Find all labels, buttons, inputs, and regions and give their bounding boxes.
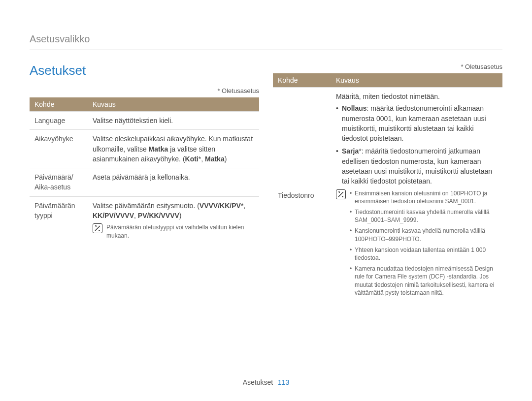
text: Valitse päivämäärän esitysmuoto. ( (93, 202, 200, 210)
note-icon (93, 223, 102, 233)
breadcrumb: Asetusvalikko (30, 33, 502, 45)
list-item: Kansionumerointi kasvaa yhdellä numeroll… (350, 227, 498, 243)
note-box: Päivämäärän oletustyyppi voi vaihdella v… (93, 223, 254, 239)
bold-text: Matka (205, 155, 225, 163)
settings-table-left: Kohde Kuvaus Language Valitse näyttöteks… (30, 97, 259, 244)
option-list: Nollaus: määritä tiedostonumerointi alka… (336, 103, 498, 186)
table-row: Language Valitse näyttötekstien kieli. (30, 112, 259, 130)
left-column: Asetukset * Oletusasetus Kohde Kuvaus La… (30, 63, 259, 304)
content-columns: Asetukset * Oletusasetus Kohde Kuvaus La… (30, 63, 502, 304)
bold-text: Sarja (342, 147, 359, 155)
lead-text: Määritä, miten tiedostot nimetään. (336, 92, 498, 101)
row-desc-datetime: Aseta päivämäärä ja kellonaika. (88, 168, 259, 197)
page-footer: Asetukset 113 (0, 378, 532, 386)
col-kohde: Kohde (273, 73, 331, 88)
list-item: Kamera noudattaa tiedostojen nimeämisess… (350, 265, 498, 297)
bold-text: KK/PV/VVVV (93, 212, 134, 219)
page-title: Asetukset (30, 63, 259, 78)
note-box: Ensimmäisen kansion oletusnimi on 100PHO… (336, 189, 498, 300)
row-label-datetype: Päivämäärän tyyppi (30, 196, 88, 243)
divider (30, 50, 502, 50)
settings-table-right: Kohde Kuvaus Tiedostonro Määritä, miten … (273, 73, 502, 304)
note-list: Ensimmäisen kansion oletusnimi on 100PHO… (350, 189, 498, 300)
row-label-fileno: Tiedostonro (273, 88, 331, 304)
note-text: Päivämäärän oletustyyppi voi vaihdella v… (106, 223, 254, 239)
row-desc-language: Valitse näyttötekstien kieli. (88, 112, 259, 130)
footer-page-number: 113 (278, 378, 289, 386)
table-row: Päivämäärä/ Aika-asetus Aseta päivämäärä… (30, 168, 259, 197)
table-row: Päivämäärän tyyppi Valitse päivämäärän e… (30, 196, 259, 243)
bold-text: Koti (185, 155, 199, 163)
text: , (201, 155, 205, 163)
row-desc-fileno: Määritä, miten tiedostot nimetään. Nolla… (331, 88, 502, 304)
table-row: Tiedostonro Määritä, miten tiedostot nim… (273, 88, 502, 304)
default-note-left: * Oletusasetus (30, 87, 259, 94)
page: Asetusvalikko Asetukset * Oletusasetus K… (0, 0, 532, 401)
text: , (134, 212, 138, 219)
col-kohde: Kohde (30, 97, 88, 112)
list-item: Yhteen kansioon voidaan tallentaa enintä… (350, 246, 498, 262)
text: ) (179, 212, 182, 219)
bold-text: PV/KK/VVVV (138, 212, 179, 219)
bold-text: VVVV/KK/PV (200, 202, 241, 210)
text: , (243, 202, 245, 210)
row-label-language: Language (30, 112, 88, 130)
footer-section: Asetukset (243, 378, 273, 386)
row-desc-timezone: Valitse oleskelupaikkasi aikavyöhyke. Ku… (88, 130, 259, 168)
bold-text: Matka (149, 145, 168, 153)
table-row: Aikavyöhyke Valitse oleskelupaikkasi aik… (30, 130, 259, 168)
col-kuvaus: Kuvaus (88, 97, 259, 112)
row-desc-datetype: Valitse päivämäärän esitysmuoto. (VVVV/K… (88, 196, 259, 243)
row-label-datetime: Päivämäärä/ Aika-asetus (30, 168, 88, 197)
list-item: Ensimmäisen kansion oletusnimi on 100PHO… (350, 189, 498, 205)
note-icon (336, 189, 346, 199)
text: : määritä tiedostonumerointi jatkumaan e… (342, 147, 492, 185)
table-header-row: Kohde Kuvaus (273, 73, 502, 88)
text: ) (225, 155, 227, 163)
bold-text: Nollaus (342, 104, 367, 112)
row-label-timezone: Aikavyöhyke (30, 130, 88, 168)
list-item: Tiedostonumerointi kasvaa yhdellä numero… (350, 208, 498, 224)
list-item: Nollaus: määritä tiedostonumerointi alka… (336, 103, 498, 143)
default-note-right: * Oletusasetus (273, 63, 502, 70)
col-kuvaus: Kuvaus (331, 73, 502, 88)
right-column: * Oletusasetus Kohde Kuvaus Tiedostonro … (273, 63, 502, 304)
table-header-row: Kohde Kuvaus (30, 97, 259, 112)
list-item: Sarja*: määritä tiedostonumerointi jatku… (336, 146, 498, 186)
